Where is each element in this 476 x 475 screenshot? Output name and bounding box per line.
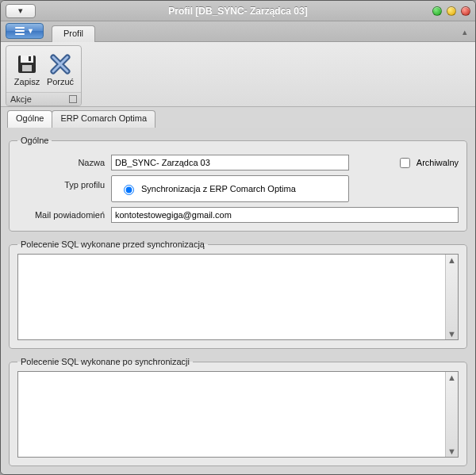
- group-legend: Polecenie SQL wykonane przed synchroniza…: [17, 239, 208, 249]
- scroll-up-icon[interactable]: ▲: [447, 372, 458, 383]
- row-nazwa: Nazwa Archiwalny: [17, 155, 459, 170]
- svg-rect-1: [21, 56, 33, 63]
- typ-profilu-frame: Synchronizacja z ERP Comarch Optima: [111, 175, 349, 202]
- tab-label: Ogólne: [16, 113, 44, 123]
- group-legend: Polecenie SQL wykonane po synchronizacji: [17, 357, 193, 366]
- maximize-button[interactable]: [447, 6, 456, 16]
- nazwa-input[interactable]: [111, 155, 349, 170]
- ribbon-group-body: Zapisz Porzuć: [6, 46, 81, 92]
- ribbon-tab-label: Profil: [63, 29, 83, 38]
- window: ▾ Profil [DB_SYNC- Zarządca 03] ▼ Profil…: [0, 0, 476, 475]
- abandon-button-label: Porzuć: [47, 77, 74, 86]
- chevron-up-icon: ▴: [463, 27, 467, 37]
- typ-profilu-option: Synchronizacja z ERP Comarch Optima: [141, 184, 296, 193]
- content-area: Ogólne Nazwa Archiwalny Typ profilu Sync…: [1, 128, 475, 474]
- window-title: Profil [DB_SYNC- Zarządca 03]: [1, 6, 475, 17]
- ribbon-body: Zapisz Porzuć Akcje: [1, 42, 475, 107]
- scrollbar[interactable]: ▲ ▼: [445, 255, 458, 339]
- scroll-down-icon[interactable]: ▼: [447, 446, 458, 457]
- sql-before-wrap: ▲ ▼: [17, 254, 459, 340]
- scroll-up-icon[interactable]: ▲: [447, 255, 458, 266]
- quick-access-toolbar: ▾: [6, 4, 36, 18]
- ribbon-tab-profil[interactable]: Profil: [52, 25, 95, 42]
- page-tabs: Ogólne ERP Comarch Optima: [1, 107, 475, 128]
- tab-erp-comarch-optima[interactable]: ERP Comarch Optima: [52, 110, 155, 128]
- ribbon-group-footer: Akcje: [6, 92, 81, 105]
- list-icon: [15, 27, 25, 35]
- tab-ogolne[interactable]: Ogólne: [7, 110, 52, 128]
- mail-label: Mail powiadomień: [17, 210, 105, 220]
- ribbon-group-label: Akcje: [10, 94, 32, 104]
- sql-after-wrap: ▲ ▼: [17, 371, 459, 458]
- archiwalny-label: Archiwalny: [416, 158, 459, 167]
- group-sql-before: Polecenie SQL wykonane przed synchroniza…: [9, 239, 467, 349]
- tab-label: ERP Comarch Optima: [60, 113, 147, 123]
- dialog-launcher-icon[interactable]: [69, 95, 77, 103]
- typ-profilu-radio[interactable]: [124, 185, 134, 195]
- svg-rect-2: [22, 65, 32, 71]
- ribbon-app-button[interactable]: ▼: [6, 23, 44, 39]
- scrollbar[interactable]: ▲ ▼: [445, 372, 458, 457]
- sql-after-textarea[interactable]: [17, 371, 459, 458]
- row-mail: Mail powiadomień: [17, 207, 459, 223]
- ribbon-collapse-button[interactable]: ▴: [459, 26, 470, 37]
- close-x-icon: [49, 53, 71, 75]
- scroll-down-icon[interactable]: ▼: [447, 328, 458, 339]
- sql-before-textarea[interactable]: [17, 254, 459, 340]
- save-button[interactable]: Zapisz: [11, 51, 43, 87]
- typ-profilu-label: Typ profilu: [17, 175, 105, 190]
- mail-input[interactable]: [111, 207, 459, 223]
- minimize-button[interactable]: [432, 6, 442, 16]
- menu-icon: ▾: [18, 6, 23, 16]
- window-controls: [432, 6, 470, 16]
- ribbon-tabstrip: ▼ Profil ▴: [1, 21, 475, 42]
- save-button-label: Zapisz: [14, 77, 40, 86]
- group-legend: Ogólne: [17, 136, 52, 145]
- close-button[interactable]: [461, 6, 470, 16]
- save-icon: [16, 53, 38, 75]
- row-typ-profilu: Typ profilu Synchronizacja z ERP Comarch…: [17, 175, 459, 202]
- qat-menu-button[interactable]: ▾: [6, 4, 36, 18]
- group-sql-after: Polecenie SQL wykonane po synchronizacji…: [9, 357, 467, 466]
- group-ogolne: Ogólne Nazwa Archiwalny Typ profilu Sync…: [9, 136, 467, 232]
- ribbon-group-akcje: Zapisz Porzuć Akcje: [6, 45, 82, 106]
- abandon-button[interactable]: Porzuć: [44, 51, 76, 87]
- archiwalny-checkbox-input[interactable]: [400, 158, 410, 168]
- archiwalny-checkbox[interactable]: Archiwalny: [397, 155, 459, 170]
- svg-rect-3: [29, 56, 31, 61]
- chevron-down-icon: ▼: [27, 27, 34, 35]
- titlebar: ▾ Profil [DB_SYNC- Zarządca 03]: [1, 1, 475, 21]
- nazwa-label: Nazwa: [17, 158, 105, 167]
